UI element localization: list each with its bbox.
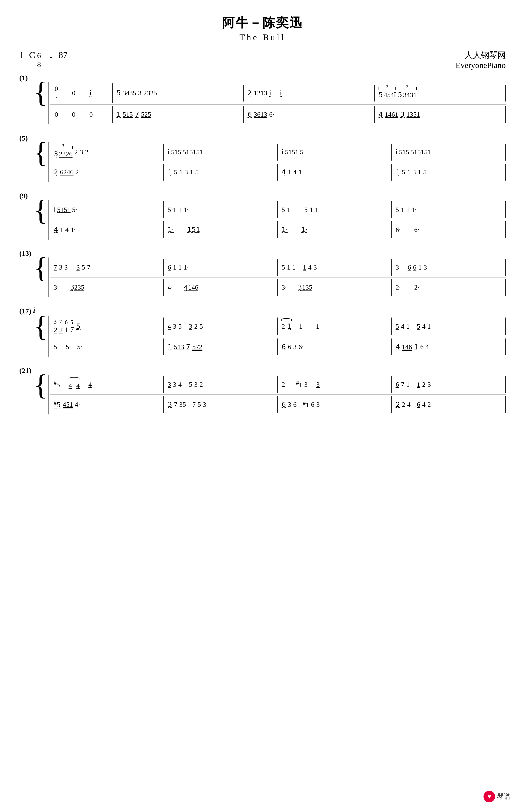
note-l5-20-1: 4̣ [396,343,400,351]
note-l5-20-2: 146 [402,343,412,351]
time-signature: 6 8 [37,51,42,69]
note-u3-9-1: i̤ [54,205,56,214]
note-u5-19-4: 1 [316,322,319,331]
note-u6-21-1: #5 [54,379,60,390]
note-u5-19-1: 2 [282,322,285,331]
note-l5-19-3: 3 [293,343,297,351]
note-u5-20-5: 4 [422,322,425,331]
note-l6-22-5: 5 [198,400,201,409]
note-l5-19-1: 6̣ [282,343,286,351]
note-l3-10-2: 1̣5̣1̣ [187,225,200,234]
note-u6-21-3: 4 [88,380,92,389]
note-l5-18-1: 1̣ [168,343,172,351]
note-u2-7-2: 5151 [285,148,298,156]
note-l2-7-1: 4̣ [282,168,286,176]
note-l5-19-4: 6· [298,343,303,351]
note-u6-21-t2: 4 [76,381,80,390]
note-u6-24-3: 1 [406,380,410,389]
note-l1-1-1: 1̣ [117,110,121,119]
note-u6-22-3: 4 [178,380,182,389]
note-l4-13-1: 3· [54,283,59,292]
note-l2-6-5: 1 [190,168,193,176]
note-u1-2-3: i̤ [269,89,271,97]
note-l3-12-2: 6· [414,225,419,234]
note-u3-12-2: 1 [401,205,404,214]
note-l3-9-1: 4̣ [54,225,58,234]
note-u3-12-1: 5 [396,205,399,214]
note-u2-6-2: 515 [171,148,181,156]
note-u5-20-6: 1 [427,322,431,331]
site-name-en: EveryonePiano [455,61,506,70]
note-u6-21-t1: 4 [69,381,72,390]
note-u6-24-1: 6 [396,380,399,389]
key-root: 1=C [19,50,35,60]
note-l2-8-5: 1 [418,168,421,176]
note-l6-23-2: 3 [288,400,291,409]
note-l1-3-4: 1351 [407,110,420,119]
note-l1-1-2: 515 [123,110,133,119]
note-u4-15-3: 1 [292,263,296,272]
note-l6-22-3: 35 [179,400,186,409]
note-l5-20-3: 1̣ [414,343,418,351]
note-u5-18-1: 4 [168,322,171,331]
note-l6-24-3: 4 [407,400,411,409]
note-l5-20-5: 4 [425,343,429,351]
watermark-text-label: 琴谱 [497,792,511,801]
meta-row: 1=C 6 8 ♩=87 人人钢琴网 EveryonePiano [19,50,506,70]
brace-6: { [34,375,48,415]
note-l1-1-3: 7̣ [135,110,139,119]
note-u4-15-4: 1 [303,263,306,272]
note-l1-3-2: 1461 [385,110,398,119]
note-u1-1-4: 2325 [144,89,157,97]
note-l6-23-5: 6 [311,400,314,409]
note-u4-15-2: 1 [287,263,290,272]
note-l2-7-2: 1 [288,168,291,176]
brace-5: { [34,316,48,357]
note-u5-18-2: 3 [173,322,176,331]
note-u5-20-4: 5 [417,322,420,331]
note-u4-13-2: 3 [59,263,62,272]
note-l1-2-3: 6· [269,110,274,119]
note-u5-18-4: 3 [189,322,192,331]
note-u2-5-5: 2 [85,148,89,156]
note-l4-14-2: 4̣146 [184,283,198,292]
note-u4-13-3: 3 [64,263,68,272]
note-l2-6-3: 1 [179,168,183,176]
note-l5-18-3: 7̣ [186,343,190,351]
note-l3-9-3: 4 [65,225,69,234]
note-u1-2-4: i̤ [280,89,282,97]
note-u3-12-4: 1· [411,205,417,214]
note-l2-8-3: 1 [407,168,411,176]
system-label-4: (13) [19,249,31,257]
note-u4-13-4: 3 [76,263,80,272]
note-u6-24-2: 7 [401,380,404,389]
note-u4-13-6: 7 [87,263,90,272]
note-l6-24-1: 2̣ [396,400,400,409]
note-l2-6-2: 5 [174,168,177,176]
note-l1-0-1: 0 [55,110,58,119]
note-u2-5-3: 2 [75,148,78,156]
note-u4-14-1: 6 [168,263,171,272]
note-l4-14-1: 4· [168,283,173,292]
note-l1-1-4: 525 [141,110,151,119]
note-l4-13-2: 3̣235 [70,283,85,292]
note-l4-15-1: 3· [282,283,287,292]
note-u3-11-4: 5 [304,205,308,214]
note-l2-5-3: 2· [76,168,80,176]
note-u3-11-6: 1 [315,205,318,214]
note-u4-14-2: 1 [173,263,176,272]
note-u1-3-t4: 3431 [403,91,417,99]
system-2: (5) { 3 3̣ 2326 2 3 [19,134,506,182]
note-u1-2-1: 2̣ [247,89,252,97]
note-l2-6-1: 1̣ [168,168,172,176]
note-l5-17-2: 5· [66,343,71,351]
note-l3-11-1: 1̣· [282,225,288,234]
note-u2-8-2: 515 [399,148,409,156]
note-u5-20-3: 1 [406,322,410,331]
note-u4-16-5: 3 [424,263,427,272]
note-l1-0-3: 0 [90,110,93,119]
title-english: The Bull [19,32,506,43]
note-u6-23-1: 2 [282,380,285,389]
note-l2-6-4: 3 [184,168,188,176]
note-u5-20-1: 5 [396,322,399,331]
